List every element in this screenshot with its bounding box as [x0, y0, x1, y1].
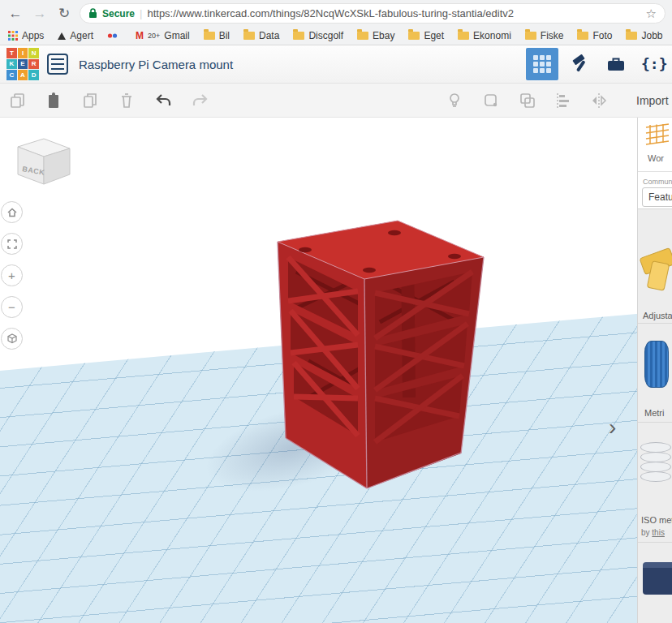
shape-caption: Metri — [644, 408, 664, 418]
folder-icon — [357, 32, 368, 40]
tinkercad-logo[interactable]: TIN KER CAD — [6, 48, 39, 80]
shape-thumb-knurled-cylinder[interactable] — [644, 341, 669, 388]
bookmark-label: Bil — [219, 30, 230, 41]
edit-toolbar: Import — [0, 84, 672, 118]
shape-thumb-brick[interactable] — [643, 562, 672, 595]
bookmark-label: Apps — [22, 30, 44, 41]
bookmark-label: Agert — [70, 30, 93, 41]
logo-letter: E — [18, 59, 28, 70]
bookmark-item[interactable]: Eget — [408, 30, 444, 41]
panel-separator — [638, 542, 672, 543]
duplicate-icon[interactable] — [81, 91, 102, 112]
logo-letter: T — [6, 48, 17, 58]
dots-favicon — [107, 32, 118, 40]
bookmark-label: Discgolf — [308, 30, 343, 41]
url-text: https://www.tinkercad.com/things/82NcqWc… — [147, 7, 514, 19]
gmail-badge: 20+ — [148, 32, 160, 40]
community-label: Community — [643, 178, 672, 186]
bookmark-item[interactable]: Data — [243, 30, 279, 41]
home-view-button[interactable] — [1, 201, 23, 223]
bookmark-label: Data — [259, 30, 279, 41]
bookmark-star-icon[interactable]: ☆ — [646, 6, 657, 21]
gmail-icon: M — [136, 30, 144, 41]
bookmark-label: Jobb — [641, 30, 662, 41]
model-3d-object[interactable] — [0, 118, 672, 623]
copy-icon[interactable] — [8, 91, 29, 112]
folder-icon — [243, 32, 255, 40]
perspective-toggle-button[interactable] — [1, 328, 23, 350]
delete-trash-icon[interactable] — [117, 91, 138, 112]
folder-icon — [408, 32, 420, 40]
panel-divider — [638, 171, 672, 172]
bookmark-item[interactable]: Ebay — [357, 30, 394, 41]
bookmark-item[interactable] — [107, 32, 122, 40]
forward-button[interactable]: → — [31, 6, 49, 20]
folder-icon — [525, 32, 536, 40]
omnibox-divider: | — [140, 7, 142, 19]
shapes-panel: Wor Community Feature Adjustab Metri ISO… — [637, 118, 672, 623]
group-icon[interactable] — [481, 91, 502, 112]
featured-dropdown[interactable]: Feature — [642, 187, 672, 207]
logo-letter: R — [28, 59, 39, 70]
bookmark-label: Eget — [424, 30, 444, 41]
zoom-in-button[interactable]: + — [1, 264, 23, 286]
home-icon — [6, 206, 19, 219]
panel-separator — [638, 323, 672, 324]
import-button[interactable]: Import — [636, 94, 669, 107]
workplane-tool-icon[interactable] — [644, 122, 670, 147]
bookmark-item[interactable]: Jobb — [626, 30, 662, 41]
refresh-button[interactable]: ↻ — [55, 6, 73, 20]
shapes-view-button[interactable] — [526, 48, 558, 80]
bookmark-gmail[interactable]: M 20+ Gmail — [136, 30, 190, 41]
bookmark-item[interactable]: Fiske — [525, 30, 564, 41]
tools-hammer-icon[interactable] — [570, 54, 591, 75]
shape-thumb-washer[interactable] — [640, 471, 671, 482]
logo-letter: A — [18, 70, 28, 80]
design-canvas[interactable]: BACK + − › — [0, 118, 672, 623]
briefcase-icon[interactable] — [605, 54, 627, 75]
app-header: TIN KER CAD Raspberry Pi Camera mount {:… — [0, 45, 672, 84]
bookmark-label: Ekonomi — [473, 30, 511, 41]
folder-icon — [577, 32, 588, 40]
paste-icon[interactable] — [44, 91, 65, 112]
plus-icon: + — [8, 269, 15, 282]
zoom-out-button[interactable]: − — [1, 296, 23, 318]
bookmark-item[interactable]: Bil — [204, 30, 230, 41]
bookmark-item[interactable]: Discgolf — [293, 30, 343, 41]
bookmark-apps[interactable]: Apps — [8, 30, 44, 41]
panel-collapse-chevron[interactable]: › — [609, 416, 616, 439]
bookmark-item[interactable]: Ekonomi — [458, 30, 511, 41]
ortho-cube-icon — [6, 333, 19, 346]
byline-prefix: by — [641, 528, 652, 537]
byline-user-link[interactable]: this — [652, 528, 665, 537]
folder-icon — [458, 32, 469, 40]
grid-icon — [533, 55, 551, 73]
mirror-icon[interactable] — [589, 91, 610, 112]
bookmark-item[interactable]: Agert — [58, 30, 93, 41]
redo-icon[interactable] — [190, 91, 211, 112]
logo-letter: C — [6, 70, 17, 80]
logo-letter: I — [18, 48, 28, 58]
undo-icon[interactable] — [154, 91, 175, 112]
browser-navbar: ← → ↻ Secure | https://www.tinkercad.com… — [0, 0, 672, 27]
fit-view-button[interactable] — [1, 233, 23, 255]
folder-icon — [293, 32, 304, 40]
logo-letter: K — [6, 59, 17, 70]
bookmark-label: Ebay — [373, 30, 394, 41]
back-button[interactable]: ← — [6, 6, 24, 20]
view-cube[interactable]: BACK — [11, 134, 78, 192]
triangle-favicon — [58, 32, 66, 40]
logo-letter: N — [28, 48, 39, 58]
design-title[interactable]: Raspberry Pi Camera mount — [79, 58, 233, 71]
design-menu-icon[interactable] — [47, 54, 68, 75]
ungroup-icon[interactable] — [518, 91, 539, 112]
fit-view-icon — [6, 238, 19, 251]
shape-generators-icon[interactable]: {:} — [641, 55, 668, 72]
hints-lightbulb-icon[interactable] — [445, 91, 466, 112]
address-bar[interactable]: Secure | https://www.tinkercad.com/thing… — [80, 3, 666, 24]
bookmarks-bar: Apps Agert M 20+ Gmail Bil Data Discgolf… — [0, 27, 672, 45]
bookmark-label: Gmail — [164, 30, 189, 41]
align-icon[interactable] — [554, 91, 575, 112]
folder-icon — [626, 32, 637, 40]
bookmark-item[interactable]: Foto — [577, 30, 612, 41]
